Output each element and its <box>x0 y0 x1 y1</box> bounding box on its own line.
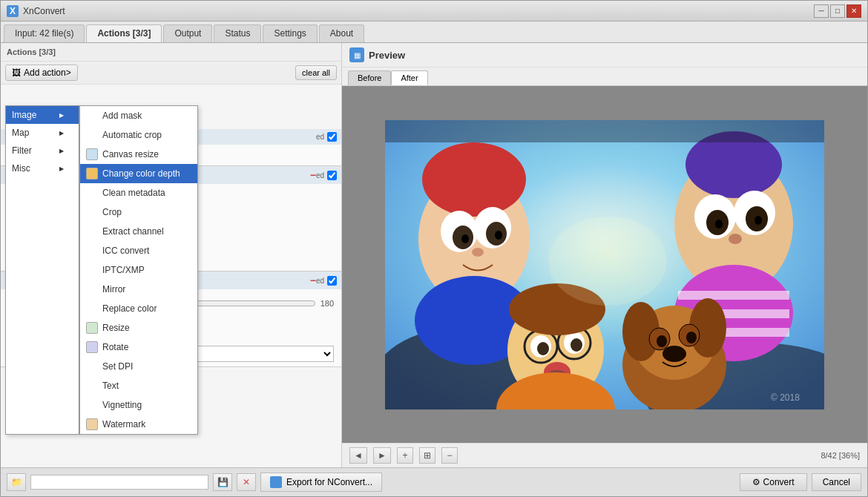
preview-image-area: © 2018 <box>342 86 867 443</box>
svg-point-33 <box>537 342 549 355</box>
menu-item-iptc-xmp[interactable]: IPTC/XMP <box>80 260 197 280</box>
canvas-resize-icon <box>86 148 98 160</box>
submenu-arrow-misc: ▶ <box>59 165 64 172</box>
export-button[interactable]: Export for NConvert... <box>260 473 382 492</box>
rotate-enabled: ed <box>316 276 337 286</box>
menu-icon-placeholder <box>86 110 98 122</box>
rotate-icon <box>86 341 98 353</box>
minimize-button[interactable]: ─ <box>814 4 829 18</box>
app-icon: X <box>7 5 19 17</box>
dropdown-level2: Add mask Automatic crop Canvas resize Ch… <box>79 105 198 435</box>
clear-all-button[interactable]: clear all <box>295 65 337 80</box>
tab-about[interactable]: About <box>319 24 364 42</box>
svg-point-21 <box>754 216 762 225</box>
menu-icon-placeholder2 <box>86 129 98 141</box>
tab-status[interactable]: Status <box>214 24 261 42</box>
menu-item-resize[interactable]: Resize <box>80 318 197 338</box>
zoom-out-button[interactable]: − <box>441 447 458 464</box>
left-panel: Actions [3/3] 🖼 Add action> clear all Im… <box>1 43 342 467</box>
rotate-checkbox[interactable] <box>327 276 337 286</box>
folder-icon: 📁 <box>11 477 22 487</box>
svg-point-46 <box>686 332 697 343</box>
zoom-out-icon: − <box>447 450 452 461</box>
actions-toolbar: 🖼 Add action> clear all <box>1 62 341 85</box>
menu-item-misc[interactable]: Misc ▶ <box>6 159 79 177</box>
menu-item-map[interactable]: Map ▶ <box>6 124 79 142</box>
open-folder-button[interactable]: 📁 <box>7 473 26 491</box>
menu-item-change-color-depth[interactable]: Change color depth <box>80 164 197 183</box>
window-title: XnConvert <box>23 6 814 16</box>
svg-point-45 <box>657 335 667 347</box>
clean-metadata-checkbox[interactable] <box>327 171 337 180</box>
menu-item-rotate[interactable]: Rotate <box>80 338 197 357</box>
menu-item-watermark[interactable]: Watermark <box>80 415 197 434</box>
zoom-in-icon: + <box>402 450 407 461</box>
watermark-icon <box>86 418 98 430</box>
next-image-button[interactable]: ► <box>373 447 391 464</box>
menu-icon-placeholder9 <box>86 303 98 315</box>
bottom-bar: 📁 💾 ✕ Export for NConvert... ⚙ Convert C… <box>1 467 867 496</box>
cancel-button[interactable]: Cancel <box>812 473 861 491</box>
tab-input[interactable]: Input: 42 file(s) <box>4 24 85 42</box>
menu-item-canvas-resize[interactable]: Canvas resize <box>80 145 197 164</box>
svg-point-34 <box>571 338 582 352</box>
panel-header: Actions [3/3] <box>1 43 341 62</box>
menu-item-mirror[interactable]: Mirror <box>80 280 197 299</box>
menu-item-vignetting[interactable]: Vignetting <box>80 395 197 415</box>
menu-item-add-mask[interactable]: Add mask <box>80 106 197 125</box>
preview-title: Preview <box>369 50 405 61</box>
menu-item-clean-metadata[interactable]: Clean metadata <box>80 183 197 203</box>
next-icon: ► <box>378 450 387 461</box>
tab-output[interactable]: Output <box>163 24 212 42</box>
preview-toolbar: ◄ ► + ⊞ − 8/42 [36%] <box>342 443 867 467</box>
menu-item-crop[interactable]: Crop <box>80 203 197 222</box>
dropdown-level1: Image ▶ Map ▶ Filter ▶ Misc ▶ <box>5 105 79 435</box>
add-action-button[interactable]: 🖼 Add action> <box>5 65 78 81</box>
convert-label: Convert <box>763 477 795 487</box>
menu-icon-placeholder6 <box>86 245 98 257</box>
menu-icon-placeholder10 <box>86 361 98 372</box>
prev-icon: ◄ <box>354 450 363 461</box>
menu-item-filter[interactable]: Filter ▶ <box>6 142 79 159</box>
zoom-in-button[interactable]: + <box>397 447 413 464</box>
menu-item-image[interactable]: Image ▶ <box>6 106 79 124</box>
maximize-button[interactable]: □ <box>830 4 845 18</box>
svg-point-20 <box>715 220 723 228</box>
clean-metadata-enabled: ed <box>316 171 337 180</box>
menu-icon-placeholder5 <box>86 226 98 237</box>
main-area: Actions [3/3] 🖼 Add action> clear all Im… <box>1 43 867 467</box>
preview-icon: ▦ <box>349 47 364 62</box>
clean-metadata-remove[interactable]: − <box>310 169 316 181</box>
tab-actions[interactable]: Actions [3/3] <box>86 24 162 42</box>
submenu-arrow-image: ▶ <box>59 112 64 119</box>
convert-button[interactable]: ⚙ Convert <box>740 473 807 491</box>
menu-item-replace-color[interactable]: Replace color <box>80 299 197 318</box>
menu-item-automatic-crop[interactable]: Automatic crop <box>80 125 197 145</box>
convert-icon: ⚙ <box>752 477 760 487</box>
menu-item-text[interactable]: Text <box>80 376 197 395</box>
preview-tab-before[interactable]: Before <box>348 70 391 85</box>
rotate-remove[interactable]: − <box>310 274 316 286</box>
zoom-fit-button[interactable]: ⊞ <box>419 447 435 464</box>
close-button[interactable]: ✕ <box>846 4 861 18</box>
delete-button[interactable]: ✕ <box>237 473 256 491</box>
automati-checkbox[interactable] <box>327 132 337 142</box>
preview-tab-after[interactable]: After <box>391 70 427 85</box>
submenu-arrow-filter: ▶ <box>59 148 64 154</box>
rotate-max-value: 180 <box>320 299 334 308</box>
tab-settings[interactable]: Settings <box>263 24 317 42</box>
submenu-arrow-map: ▶ <box>59 130 64 136</box>
main-tabs: Input: 42 file(s) Actions [3/3] Output S… <box>1 22 867 43</box>
preview-image: © 2018 <box>385 120 824 409</box>
menu-item-set-dpi[interactable]: Set DPI <box>80 357 197 376</box>
color-depth-icon <box>86 168 98 180</box>
resize-icon <box>86 322 98 334</box>
menu-item-icc-convert[interactable]: ICC convert <box>80 241 197 260</box>
path-input[interactable] <box>30 475 208 490</box>
prev-image-button[interactable]: ◄ <box>349 447 367 464</box>
menu-item-extract-channel[interactable]: Extract channel <box>80 222 197 241</box>
svg-point-50 <box>548 217 667 306</box>
delete-icon: ✕ <box>243 477 250 487</box>
save-button[interactable]: 💾 <box>213 473 232 491</box>
preview-header: ▦ Preview <box>342 43 867 68</box>
